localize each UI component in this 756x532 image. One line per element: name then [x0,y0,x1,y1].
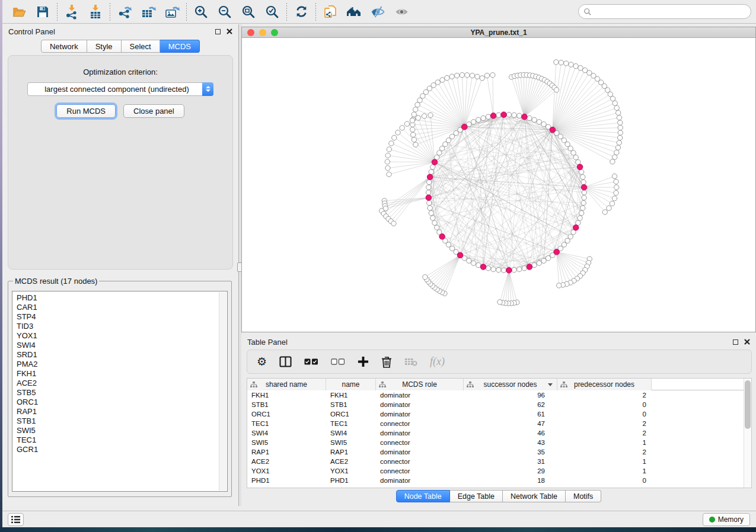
network-fan-node[interactable] [617,115,621,120]
table-cell[interactable]: 47 [464,419,557,428]
network-node[interactable] [435,225,439,230]
table-cell[interactable]: 0 [557,400,652,409]
network-fan-node[interactable] [480,76,484,81]
table-cell[interactable]: FKH1 [247,390,326,400]
save-session-icon[interactable] [31,2,55,21]
network-node[interactable] [491,267,496,271]
network-node[interactable] [437,150,442,155]
network-node[interactable] [471,120,476,124]
network-fan-node[interactable] [564,61,569,66]
table-cell[interactable]: 2 [557,428,652,438]
network-node[interactable] [439,146,444,150]
zoom-in-icon[interactable] [189,2,213,21]
table-cell[interactable]: 61 [464,409,557,419]
network-hub-node[interactable] [490,113,496,119]
table-scrollbar-thumb[interactable] [745,380,751,429]
network-fan-node[interactable] [395,130,400,135]
tab-node-table[interactable]: Node Table [396,490,450,502]
network-canvas[interactable] [242,38,755,332]
table-cell[interactable]: 1 [557,466,652,476]
table-settings-icon[interactable]: ⚙ [257,356,267,367]
network-node[interactable] [476,262,481,267]
network-hub-node[interactable] [457,252,463,258]
zoom-fit-icon[interactable] [237,2,260,21]
go-home-icon[interactable] [342,2,366,21]
network-hub-node[interactable] [527,264,532,270]
network-node[interactable] [568,146,573,150]
tab-select[interactable]: Select [122,40,160,53]
network-node[interactable] [582,190,586,195]
network-node[interactable] [432,220,437,225]
run-mcds-button[interactable]: Run MCDS [56,104,116,118]
network-hub-node[interactable] [550,127,556,133]
network-node[interactable] [476,117,481,122]
network-fan-node[interactable] [410,132,415,137]
network-fan-node[interactable] [400,126,404,130]
table-cell[interactable]: dominator [376,476,464,485]
network-fan-node[interactable] [617,140,621,145]
network-fan-node[interactable] [387,147,391,152]
table-cell[interactable]: 2 [557,447,652,457]
network-hub-node[interactable] [581,184,587,190]
network-node[interactable] [527,116,532,120]
table-cell[interactable]: 2 [557,390,652,400]
network-node[interactable] [579,169,583,174]
network-hub-node[interactable] [506,267,512,273]
table-cell[interactable]: 46 [464,428,557,438]
network-fan-node[interactable] [608,92,613,97]
sort-desc-icon[interactable] [548,383,553,386]
mcds-result-item[interactable]: CAR1 [17,303,227,312]
network-fan-node[interactable] [618,125,623,130]
network-fan-node[interactable] [412,112,416,117]
table-cell[interactable]: dominator [376,390,464,400]
search-field[interactable] [578,4,751,19]
zoom-out-icon[interactable] [213,2,237,21]
network-fan-node[interactable] [554,60,559,65]
column-header-successor-nodes[interactable]: successor nodes [464,379,557,390]
network-hub-node[interactable] [432,159,438,165]
network-fan-node[interactable] [614,185,619,190]
network-node[interactable] [573,155,578,160]
network-titlebar[interactable]: YPA_prune.txt_1 [242,27,755,38]
duplicate-network-icon[interactable] [318,2,342,21]
close-panel-button[interactable]: Close panel [123,104,184,118]
table-cell[interactable]: ACE2 [247,457,326,466]
network-fan-node[interactable] [435,80,440,85]
table-row[interactable]: ACE2ACE2connector311 [247,457,751,466]
network-node[interactable] [512,113,516,117]
network-node[interactable] [512,267,516,272]
network-fan-node[interactable] [569,62,573,67]
table-cell[interactable]: 2 [557,419,652,428]
table-row[interactable]: ORC1ORC1dominator610 [247,409,751,419]
table-cell[interactable]: connector [376,466,464,476]
network-node[interactable] [562,242,566,247]
mcds-result-item[interactable]: SWI5 [17,426,227,435]
network-node[interactable] [446,242,451,247]
tab-network-table[interactable]: Network Table [503,490,566,502]
task-history-button[interactable] [8,513,24,526]
network-fan-node[interactable] [470,73,474,78]
table-cell[interactable]: connector [376,419,464,428]
network-node[interactable] [581,200,586,205]
network-node[interactable] [558,134,563,139]
network-node[interactable] [532,117,537,122]
network-node[interactable] [580,175,585,180]
network-fan-node[interactable] [610,159,615,164]
network-node[interactable] [578,216,582,220]
network-fan-node[interactable] [615,145,620,150]
mcds-result-item[interactable]: TEC1 [17,435,227,445]
table-cell[interactable]: PHD1 [326,476,376,485]
mcds-result-item[interactable]: SWI4 [17,341,227,350]
network-fan-node[interactable] [416,116,420,120]
network-node[interactable] [427,180,432,184]
table-cell[interactable]: ORC1 [326,409,376,419]
network-hub-node[interactable] [461,124,467,130]
table-cell[interactable]: dominator [376,447,464,457]
table-row[interactable]: SWI4SWI4dominator462 [247,428,751,438]
mcds-result-item[interactable]: YOX1 [17,331,227,341]
table-cell[interactable]: 43 [464,438,557,447]
table-cell[interactable]: TEC1 [247,419,326,428]
network-fan-node[interactable] [612,196,617,201]
network-fan-node[interactable] [465,73,470,78]
mcds-result-item[interactable]: TID3 [17,322,227,331]
